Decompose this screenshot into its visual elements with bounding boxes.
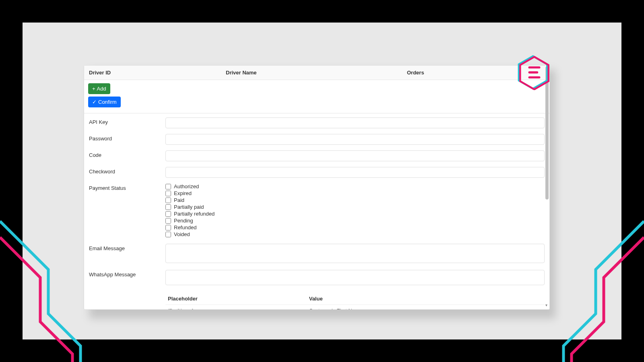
label-code: Code: [89, 150, 165, 161]
whatsapp-message-textarea[interactable]: [165, 270, 545, 285]
checkbox-label: Partially refunded: [174, 211, 215, 217]
checkbox-row[interactable]: Pending: [165, 218, 545, 224]
placeholder-value: Customer's First Name: [307, 305, 545, 310]
checkbox-row[interactable]: Refunded: [165, 224, 545, 230]
confirm-button-label: Confirm: [98, 99, 117, 105]
checkbox-label: Authorized: [174, 183, 199, 189]
checkbox-label: Refunded: [174, 224, 196, 230]
chevron-down-icon[interactable]: ▾: [544, 303, 549, 308]
checkword-input[interactable]: [165, 167, 545, 178]
checkbox-pending[interactable]: [165, 218, 171, 224]
add-button-label: Add: [97, 86, 106, 92]
scrollbar[interactable]: ▾: [545, 66, 549, 309]
app-frame: Driver ID Driver Name Orders + Add ✓ Con…: [23, 23, 621, 339]
checkbox-row[interactable]: Paid: [165, 197, 545, 203]
code-input[interactable]: [165, 150, 545, 161]
placeholder-token: {firstName}: [165, 305, 307, 310]
label-password: Password: [89, 134, 165, 145]
form-area: API Key Password Code Checkword Payment …: [84, 113, 549, 310]
label-whatsapp-message: WhatsApp Message: [89, 270, 165, 286]
checkbox-voided[interactable]: [165, 232, 171, 237]
checkbox-expired[interactable]: [165, 191, 171, 196]
checkbox-paid[interactable]: [165, 197, 171, 203]
action-button-row: + Add ✓ Confirm: [84, 80, 549, 113]
col-value: Value: [307, 293, 545, 305]
col-driver-id: Driver ID: [84, 66, 221, 80]
label-api-key: API Key: [89, 117, 165, 128]
email-message-textarea[interactable]: [165, 244, 545, 263]
checkbox-label: Partially paid: [174, 204, 204, 210]
confirm-button[interactable]: ✓ Confirm: [88, 97, 121, 107]
label-checkword: Checkword: [89, 167, 165, 178]
checkbox-label: Voided: [174, 231, 190, 237]
checkbox-row[interactable]: Voided: [165, 231, 545, 237]
checkbox-row[interactable]: Partially refunded: [165, 211, 545, 217]
checkbox-label: Pending: [174, 218, 193, 224]
label-payment-status: Payment Status: [89, 183, 165, 238]
checkbox-authorized[interactable]: [165, 184, 171, 189]
payment-status-checkbox-list: Authorized Expired Paid Partially paid P…: [165, 183, 545, 238]
placeholder-row: {firstName} Customer's First Name: [165, 305, 545, 310]
checkbox-refunded[interactable]: [165, 225, 171, 230]
add-button[interactable]: + Add: [88, 83, 110, 94]
checkbox-row[interactable]: Partially paid: [165, 204, 545, 210]
checkbox-partially-refunded[interactable]: [165, 211, 171, 217]
col-placeholder: Placeholder: [165, 293, 307, 305]
settings-panel: Driver ID Driver Name Orders + Add ✓ Con…: [84, 65, 550, 310]
col-driver-name: Driver Name: [221, 66, 402, 80]
checkbox-row[interactable]: Expired: [165, 190, 545, 196]
password-input[interactable]: [165, 134, 545, 145]
placeholders-table: Placeholder Value {firstName} Customer's…: [165, 293, 545, 310]
label-email-message: Email Message: [89, 244, 165, 264]
checkbox-label: Expired: [174, 190, 192, 196]
plus-icon: +: [92, 86, 95, 92]
brand-logo-hexagon: [515, 55, 551, 90]
driver-table-header: Driver ID Driver Name Orders: [84, 66, 549, 80]
checkbox-row[interactable]: Authorized: [165, 183, 545, 189]
check-icon: ✓: [92, 99, 97, 105]
checkbox-partially-paid[interactable]: [165, 204, 171, 210]
api-key-input[interactable]: [165, 117, 545, 128]
checkbox-label: Paid: [174, 197, 184, 203]
